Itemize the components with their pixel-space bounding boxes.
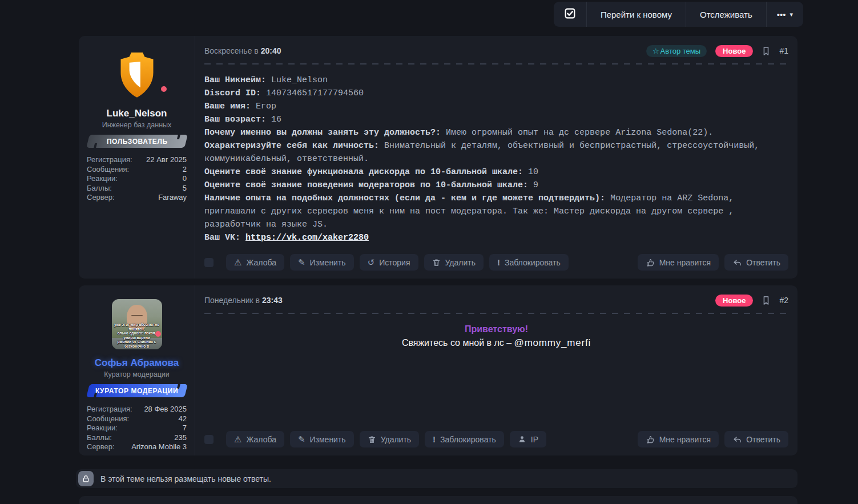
lock-icon: [78, 471, 94, 486]
reply-button[interactable]: Ответить: [724, 254, 788, 271]
report-button[interactable]: ⚠ Жалоба: [226, 431, 284, 447]
avatar-shield[interactable]: [112, 92, 162, 102]
pencil-icon: ✎: [298, 258, 305, 267]
stat-row: Сервер: Faraway: [87, 193, 187, 203]
star-icon: ☆: [652, 47, 659, 55]
ip-button[interactable]: IP: [510, 431, 546, 447]
rank-badge: КУРАТОР МОДЕРАЦИИ: [86, 384, 188, 397]
warning-icon: ⚠: [234, 435, 241, 443]
mention-text: @mommy_merfi: [514, 337, 591, 348]
exclamation-icon: !: [433, 435, 436, 443]
post-select-checkbox[interactable]: [204, 435, 214, 444]
thread-author-badge: ☆Автор темы: [646, 45, 707, 57]
post-number-link[interactable]: #2: [779, 296, 788, 305]
ellipsis-icon: •••: [777, 10, 786, 19]
thumb-up-icon: [646, 258, 655, 267]
stat-row: Баллы: 5: [87, 184, 187, 193]
stat-row: Сервер: Arizona Mobile 3: [87, 442, 187, 452]
stat-row: Реакции: 0: [87, 174, 187, 184]
trash-icon: [432, 258, 441, 267]
new-badge: Новое: [715, 45, 753, 57]
edit-button[interactable]: ✎ Изменить: [290, 254, 354, 271]
reply-arrow-icon: [732, 435, 742, 444]
post-2-actions: ⚠ Жалоба ✎ Изменить Удалить ! Заблокиров…: [204, 431, 788, 447]
checkbox-checked-icon: [564, 7, 576, 21]
new-badge: Новое: [715, 295, 753, 307]
user-role: Инженер баз данных: [79, 121, 195, 129]
greeting-text: Приветствую!: [204, 324, 788, 334]
online-indicator: [161, 86, 167, 92]
history-icon: ↺: [368, 258, 375, 267]
reply-arrow-icon: [732, 258, 742, 267]
post-number-link[interactable]: #1: [779, 46, 788, 55]
person-icon: [518, 435, 526, 443]
bookmark-icon[interactable]: [762, 46, 771, 57]
warning-icon: ⚠: [234, 258, 241, 267]
rank-badge: ПОЛЬЗОВАТЕЛЬ: [86, 135, 188, 148]
user-role: Куратор модерации: [79, 370, 195, 378]
post-2-author-panel: уже этот мир абсолютно понятен, олько од…: [79, 285, 195, 455]
pencil-icon: ✎: [298, 435, 305, 443]
thread-toolbar: Перейти к новому Отслеживать ••• ▾: [554, 2, 803, 27]
thumb-up-icon: [646, 435, 655, 444]
trash-icon: [368, 435, 376, 444]
online-indicator: [155, 331, 161, 337]
vk-link[interactable]: https://vk.com/xaker2280: [245, 233, 369, 243]
history-button[interactable]: ↺ История: [360, 254, 418, 271]
like-button[interactable]: Мне нравится: [638, 431, 719, 447]
bookmark-icon[interactable]: [762, 295, 771, 306]
report-button[interactable]: ⚠ Жалоба: [226, 254, 284, 271]
next-section-panel: [79, 496, 797, 504]
stat-row: Баллы: 235: [87, 433, 187, 443]
post-1: Luke_Nelson Инженер баз данных ПОЛЬЗОВАТ…: [79, 36, 797, 279]
reply-button[interactable]: Ответить: [724, 431, 788, 447]
username[interactable]: Luke_Nelson: [79, 108, 195, 119]
post-date-link[interactable]: Воскресенье в 20:40: [204, 46, 281, 55]
edit-button[interactable]: ✎ Изменить: [290, 431, 354, 447]
stat-row: Регистрация: 22 Авг 2025: [87, 155, 187, 165]
goto-new-button[interactable]: Перейти к новому: [586, 2, 686, 27]
post-1-content: Ваш Никнейм: Luke_Nelson Discord ID: 140…: [204, 64, 788, 254]
exclamation-icon: !: [497, 258, 500, 267]
block-button[interactable]: ! Заблокировать: [489, 254, 569, 271]
stat-row: Сообщения: 42: [87, 414, 187, 424]
post-2: уже этот мир абсолютно понятен, олько од…: [79, 285, 797, 455]
delete-button[interactable]: Удалить: [424, 254, 484, 271]
stat-row: Регистрация: 28 Фев 2025: [87, 405, 187, 414]
contact-text: Свяжитесь со мной в лс – @mommy_merfi: [204, 337, 788, 349]
post-1-actions: ⚠ Жалоба ✎ Изменить ↺ История Удалить: [204, 254, 788, 271]
stat-row: Сообщения: 2: [87, 165, 187, 175]
watch-button[interactable]: Отслеживать: [686, 2, 766, 27]
thread-locked-bar: В этой теме нельзя размещать новые ответ…: [76, 469, 797, 488]
delete-button[interactable]: Удалить: [360, 431, 419, 447]
avatar-caption: уже этот мир абсолютно понятен, олько од…: [112, 322, 162, 348]
post-1-author-panel: Luke_Nelson Инженер баз данных ПОЛЬЗОВАТ…: [79, 36, 195, 279]
select-all-button[interactable]: [554, 2, 586, 27]
post-2-header: Понедельник в 23:43 Новое #2: [204, 293, 788, 308]
post-2-content: Приветствую! Свяжитесь со мной в лс – @m…: [204, 314, 788, 431]
block-button[interactable]: ! Заблокировать: [425, 431, 504, 447]
post-date-link[interactable]: Понедельник в 23:43: [204, 296, 283, 305]
user-stats: Регистрация: 28 Фев 2025 Сообщения: 42 Р…: [87, 405, 187, 452]
user-stats: Регистрация: 22 Авг 2025 Сообщения: 2 Ре…: [87, 155, 187, 203]
like-button[interactable]: Мне нравится: [638, 254, 719, 271]
more-menu-button[interactable]: ••• ▾: [766, 2, 803, 27]
username[interactable]: Софья Абрамова: [79, 357, 195, 369]
stat-row: Реакции: 7: [87, 424, 187, 433]
avatar-photo[interactable]: уже этот мир абсолютно понятен, олько од…: [112, 299, 162, 349]
locked-message: В этой теме нельзя размещать новые ответ…: [100, 474, 271, 483]
post-select-checkbox[interactable]: [204, 258, 214, 267]
chevron-down-icon: ▾: [789, 11, 793, 18]
post-1-header: Воскресенье в 20:40 ☆Автор темы Новое #1: [204, 43, 788, 58]
